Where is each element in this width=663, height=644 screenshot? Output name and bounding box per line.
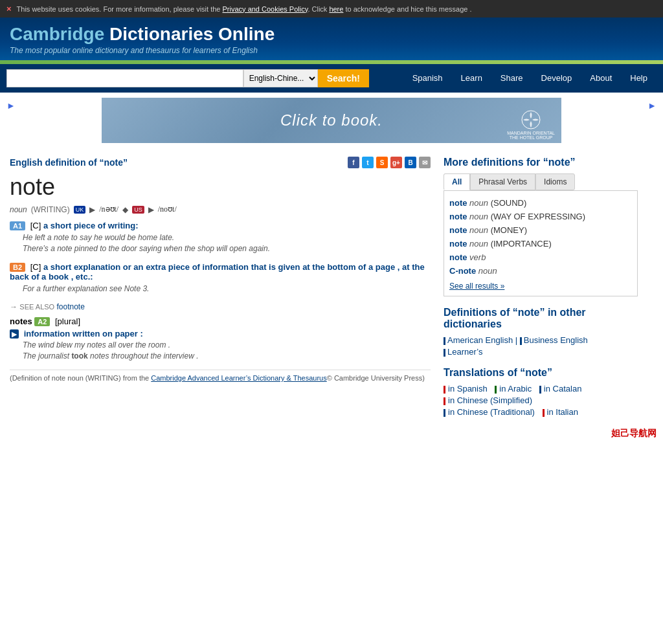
facebook-icon[interactable]: f [348,157,359,168]
dictionary-link[interactable]: Cambridge Advanced Learner’s Dictionary … [151,374,326,382]
site-header: Cambridge Dictionaries Online The most p… [0,17,663,60]
bookmark-icon[interactable]: B [405,157,416,168]
entry-title: English definition of “note” [10,157,128,168]
tab-idioms[interactable]: Idioms [535,173,575,190]
trans-chinese-traditional-link[interactable]: in Chinese (Traditional) [448,407,535,417]
trans-spanish-link[interactable]: in Spanish [448,384,488,394]
learners-link[interactable]: Learner’s [447,347,482,357]
result-sense-1: (WAY OF EXPRESSING) [491,212,585,221]
us-sound-button[interactable]: ▶ [148,205,154,214]
close-icon[interactable]: × [6,4,12,14]
ad-text: Click to book. [280,111,383,129]
notes-example-1: The wind blew my notes all over the room… [23,340,431,350]
site-tagline: The most popular online dictionary and t… [10,46,653,55]
writing-tag: (WRITING) [31,205,70,214]
nav-link-help[interactable]: Help [621,64,657,93]
trans-chinese-simplified-link[interactable]: in Chinese (Simplified) [448,395,532,405]
googleplus-icon[interactable]: g+ [390,157,402,168]
cookie-bar: × This website uses cookies. For more in… [0,0,663,17]
example-1a: He left a note to say he would be home l… [23,233,431,242]
trans-bar-5 [543,409,545,417]
arrow-icon: → [10,302,17,311]
ad-icon-left: ► [6,100,16,111]
here-link[interactable]: here [329,5,343,13]
notes-word: notes [10,316,32,326]
email-icon[interactable]: ✉ [419,157,431,168]
right-column: More definitions for “note” All Phrasal … [444,157,638,419]
trans-row-2: in Chinese (Traditional) in Italian [444,407,638,417]
result-3: note noun (IMPORTANCE) [449,237,632,250]
result-word-2[interactable]: note [449,225,467,235]
result-sense-0: (SOUND) [491,198,527,208]
ad-icon-right: ► [647,100,657,111]
def-header-1: A1 [C] a short piece of writing: [10,221,431,230]
notes-example-2: The journalist took notes throughout the… [23,351,431,361]
search-button[interactable]: Search! [318,69,369,87]
nav-link-about[interactable]: About [581,64,621,93]
level-badge-b2: B2 [10,263,25,272]
twitter-icon[interactable]: t [362,157,374,168]
tab-phrasal-verbs[interactable]: Phrasal Verbs [470,173,535,190]
result-word-3[interactable]: note [449,239,467,249]
word-heading: note [10,173,431,201]
see-all-link[interactable]: See all results » [449,282,632,291]
business-english-link[interactable]: Business English [524,335,588,345]
trans-bar-2 [539,386,541,394]
footnote-link[interactable]: footnote [57,302,85,311]
result-word-4[interactable]: note [449,252,467,262]
nav-links: Spanish Learn Share Develop About Help [403,64,657,93]
trans-catalan-link[interactable]: in Catalan [544,384,582,394]
main-content: English definition of “note” f t S g+ B … [0,150,663,425]
uk-sound-button[interactable]: ▶ [89,205,95,214]
notes-section: notes A2 [plural] ▶ information written … [10,316,431,361]
see-also: → SEE ALSO footnote [10,302,431,311]
trans-italian-link[interactable]: in Italian [547,407,578,417]
definition-1: A1 [C] a short piece of writing: He left… [10,221,431,253]
result-word-1[interactable]: note [449,212,467,221]
tab-bar: All Phrasal Verbs Idioms [444,173,638,190]
search-area: English-Chine... Search! [6,69,369,87]
trans-arabic-link[interactable]: in Arabic [499,384,532,394]
def-header-2: B2 [C] a short explanation or an extra p… [10,262,431,282]
trans-bar-1 [495,386,497,394]
definition-2: B2 [C] a short explanation or an extra p… [10,262,431,293]
dict-select[interactable]: English-Chine... [243,69,318,87]
result-pos-1: noun [469,212,488,221]
result-pos-2: noun [469,225,488,235]
result-word-5[interactable]: C-note [449,266,476,276]
ipa-us: /noʊt/ [158,205,177,214]
example-2a: For a further explanation see Note 3. [23,284,431,293]
nav-link-learn[interactable]: Learn [452,64,491,93]
entry-title-bar: English definition of “note” f t S g+ B … [10,157,431,168]
american-english-link[interactable]: American English [447,335,513,345]
def-text-1: a short piece of writing: [43,221,139,230]
nav-link-develop[interactable]: Develop [532,64,581,93]
title-rest: Dictionaries Online [104,24,275,44]
us-flag: US [132,206,144,214]
other-dicts-links: American English | Business English Lear… [444,335,638,357]
attribution: (Definition of note noun (WRITING) from … [10,370,431,382]
part-of-speech: noun [10,205,27,214]
stumbleupon-icon[interactable]: S [376,157,388,168]
hotel-logo: MANDARIN ORIENTALTHE HOTEL GROUP [507,110,555,140]
notes-bracket: [plural] [55,316,80,326]
ad-banner[interactable]: Click to book. MANDARIN ORIENTALTHE HOTE… [102,98,561,143]
result-4: note verb [449,250,632,264]
results-box: note noun (SOUND) note noun (WAY OF EXPR… [444,190,638,296]
result-word-0[interactable]: note [449,198,467,208]
result-1: note noun (WAY OF EXPRESSING) [449,210,632,223]
nav-link-spanish[interactable]: Spanish [403,64,452,93]
notes-header: notes A2 [plural] [10,316,431,326]
translations-title: Translations of “note” [444,367,638,379]
privacy-policy-link[interactable]: Privacy and Cookies Policy [223,5,308,13]
title-cambridge: Cambridge [10,24,104,44]
nav-link-share[interactable]: Share [491,64,532,93]
search-input[interactable] [6,69,243,87]
trans-bar-3 [444,397,445,405]
cookie-message: This website uses cookies. For more info… [17,5,472,13]
uk-flag: UK [74,206,86,214]
other-dicts-section: Definitions of “note” in other dictionar… [444,307,638,357]
tab-all[interactable]: All [444,173,470,190]
notes-def-row: ▶ information written on paper : [10,329,431,339]
social-icons: f t S g+ B ✉ [348,157,431,168]
